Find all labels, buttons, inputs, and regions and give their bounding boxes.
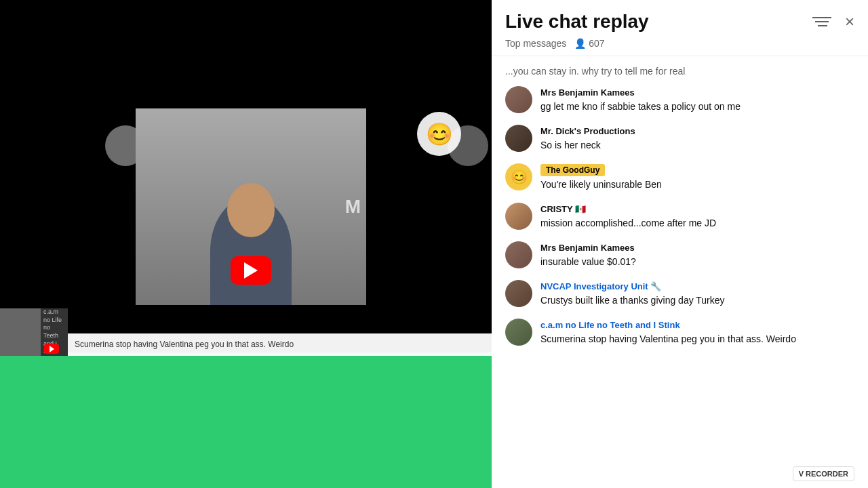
message-username: Mrs Benjamin Kamees xyxy=(540,243,635,253)
green-band xyxy=(0,352,492,488)
message-content: Mr. Dick's Productions So is her neck xyxy=(540,125,854,152)
avatar xyxy=(505,280,532,307)
chat-title-row: Live chat replay × xyxy=(505,11,854,33)
message-content: The GoodGuy You're likely uninsurable Be… xyxy=(540,163,854,192)
chat-messages[interactable]: ...you can stay in. why try to tell me f… xyxy=(492,56,868,488)
table-row: c.a.m no Life no Teeth and I Stink Scume… xyxy=(492,313,868,352)
message-content: Mrs Benjamin Kamees insurable value $0.0… xyxy=(540,241,854,269)
username-badge: The GoodGuy xyxy=(540,164,605,176)
thumbnail-avatar xyxy=(0,308,41,356)
chat-bubble-overlay: Scumerina stop having Valentina peg you … xyxy=(68,333,492,356)
youtube-play-button[interactable] xyxy=(231,256,271,285)
table-row: Mrs Benjamin Kamees gg let me kno if sab… xyxy=(492,81,868,119)
avatar xyxy=(505,203,532,230)
avatar xyxy=(505,319,532,346)
message-text: mission accomplished...come after me JD xyxy=(540,216,854,230)
message-username: NVCAP Investigatory Unit 🔧 xyxy=(540,281,661,291)
chat-header: Live chat replay × Top messages 👤 607 xyxy=(492,0,868,56)
video-main: M xyxy=(136,108,366,305)
message-username: Mrs Benjamin Kamees xyxy=(540,87,635,98)
table-row: Mrs Benjamin Kamees insurable value $0.0… xyxy=(492,236,868,274)
youtube-icon-small xyxy=(44,344,59,354)
message-content: CRISTY 🇲🇽 mission accomplished...come af… xyxy=(540,203,854,230)
smiley-overlay: 😊 xyxy=(417,112,461,156)
chat-title-icons: × xyxy=(812,11,854,33)
chat-panel-wrapper: Live chat replay × Top messages 👤 607 xyxy=(492,0,868,488)
message-text: insurable value $0.01? xyxy=(540,255,854,269)
message-username: CRISTY 🇲🇽 xyxy=(540,204,586,214)
chat-subtitle: Top messages 👤 607 xyxy=(505,38,854,49)
viewer-count-number: 607 xyxy=(589,38,604,49)
video-watermark: M xyxy=(345,196,359,218)
chat-title: Live chat replay xyxy=(505,11,649,33)
table-row: 😊 The GoodGuy You're likely uninsurable … xyxy=(492,158,868,197)
avatar: 😊 xyxy=(505,163,532,190)
message-text: So is her neck xyxy=(540,138,854,152)
message-username: c.a.m no Life no Teeth and I Stink xyxy=(540,320,680,330)
message-text: Scumerina stop having Valentina peg you … xyxy=(540,332,854,346)
cut-message: ...you can stay in. why try to tell me f… xyxy=(492,62,868,81)
chat-panel: Live chat replay × Top messages 👤 607 xyxy=(492,0,868,488)
recorder-badge: V RECORDER xyxy=(793,466,854,481)
message-text: You're likely uninsurable Ben xyxy=(540,178,854,192)
message-username: Mr. Dick's Productions xyxy=(540,126,635,136)
table-row: NVCAP Investigatory Unit 🔧 Crustys built… xyxy=(492,274,868,313)
message-text: Crustys built like a thanks giving day T… xyxy=(540,293,854,308)
table-row: Mr. Dick's Productions So is her neck xyxy=(492,119,868,158)
close-icon[interactable]: × xyxy=(845,14,854,30)
video-panel: M 😊 Hope everyone is having a great day … xyxy=(0,0,492,488)
avatar xyxy=(505,86,532,113)
message-text: gg let me kno if sabbie takes a policy o… xyxy=(540,100,854,114)
message-content: NVCAP Investigatory Unit 🔧 Crustys built… xyxy=(540,280,854,308)
viewer-count: 👤 607 xyxy=(574,38,604,49)
avatar xyxy=(505,241,532,268)
filter-icon[interactable] xyxy=(812,11,834,33)
message-content: Mrs Benjamin Kamees gg let me kno if sab… xyxy=(540,86,854,114)
message-content: c.a.m no Life no Teeth and I Stink Scume… xyxy=(540,319,854,346)
top-messages-label: Top messages xyxy=(505,38,566,49)
table-row: CRISTY 🇲🇽 mission accomplished...come af… xyxy=(492,197,868,236)
avatar xyxy=(505,125,532,152)
person-icon: 👤 xyxy=(574,38,586,49)
